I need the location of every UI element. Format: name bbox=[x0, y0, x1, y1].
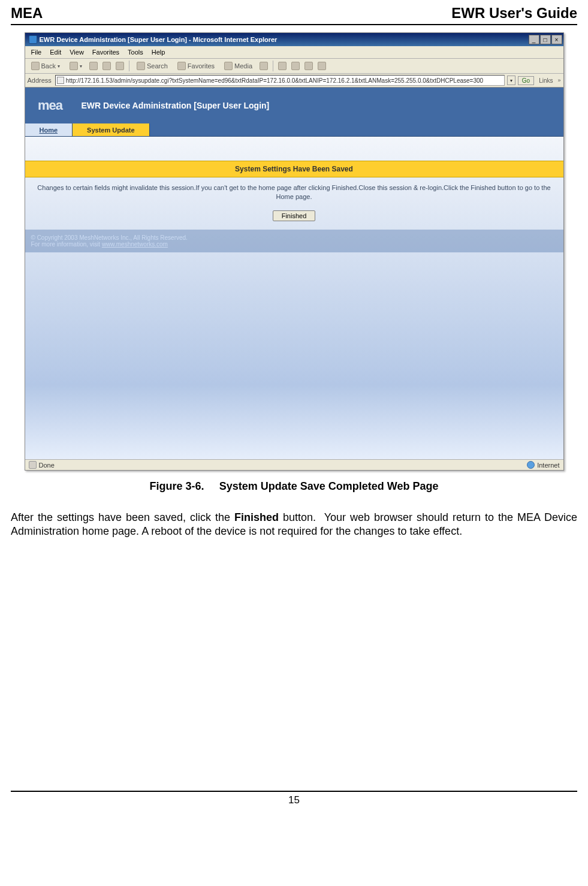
finished-button[interactable]: Finished bbox=[273, 210, 316, 221]
minimize-button[interactable]: _ bbox=[529, 35, 539, 44]
menu-tools[interactable]: Tools bbox=[124, 47, 147, 57]
tab-system-update[interactable]: System Update bbox=[73, 123, 149, 136]
menubar: File Edit View Favorites Tools Help bbox=[25, 46, 563, 59]
window-title: EWR Device Administration [Super User Lo… bbox=[40, 36, 529, 43]
admin-title: EWR Device Administration [Super User Lo… bbox=[82, 101, 270, 110]
discuss-icon[interactable] bbox=[318, 62, 326, 70]
info-prefix: For more information, visit bbox=[31, 241, 102, 248]
media-button[interactable]: Media bbox=[222, 61, 255, 71]
status-done: Done bbox=[39, 462, 55, 469]
favorites-button[interactable]: Favorites bbox=[175, 61, 217, 71]
address-url: http://172.16.1.53/admin/sysupdate.cgi?t… bbox=[66, 77, 483, 84]
menu-favorites[interactable]: Favorites bbox=[89, 47, 123, 57]
page-content: mea EWR Device Administration [Super Use… bbox=[25, 88, 563, 459]
figure-caption: Figure 3-6. System Update Save Completed… bbox=[11, 480, 577, 493]
saved-banner: System Settings Have Been Saved bbox=[25, 161, 563, 177]
close-button[interactable]: × bbox=[551, 35, 562, 44]
body-paragraph: After the settings have been saved, clic… bbox=[11, 511, 577, 539]
go-label: Go bbox=[522, 77, 530, 84]
page-number: 15 bbox=[288, 794, 300, 806]
window-controls: _ □ × bbox=[529, 35, 562, 44]
bold-finished: Finished bbox=[234, 511, 279, 523]
stop-icon[interactable] bbox=[89, 62, 98, 70]
toolbar-separator bbox=[129, 61, 129, 71]
status-right: Internet bbox=[527, 461, 559, 469]
globe-icon bbox=[527, 461, 535, 469]
menu-file[interactable]: File bbox=[28, 47, 46, 57]
search-label: Search bbox=[147, 62, 168, 70]
menu-view[interactable]: View bbox=[66, 47, 88, 57]
done-icon bbox=[29, 461, 37, 469]
doc-header-right: EWR User's Guide bbox=[451, 5, 577, 22]
forward-button[interactable]: ▾ bbox=[67, 61, 85, 71]
menu-edit[interactable]: Edit bbox=[46, 47, 65, 57]
back-label: Back bbox=[41, 62, 56, 70]
browser-window: EWR Device Administration [Super User Lo… bbox=[25, 32, 564, 471]
favorites-label: Favorites bbox=[188, 62, 215, 70]
address-input[interactable]: http://172.16.1.53/admin/sysupdate.cgi?t… bbox=[55, 75, 505, 86]
saved-message: Changes to certain fields might invalida… bbox=[25, 177, 563, 208]
toolbar-separator-2 bbox=[273, 61, 273, 71]
favorites-icon bbox=[177, 62, 186, 70]
tab-home[interactable]: Home bbox=[25, 123, 73, 136]
titlebar: EWR Device Administration [Super User Lo… bbox=[25, 33, 563, 46]
figure-label: Figure 3-6. bbox=[150, 480, 204, 492]
address-bar: Address http://172.16.1.53/admin/sysupda… bbox=[25, 74, 563, 88]
history-icon[interactable] bbox=[260, 62, 268, 70]
mail-icon[interactable] bbox=[278, 62, 287, 70]
back-icon bbox=[31, 62, 40, 70]
doc-header: MEA EWR User's Guide bbox=[11, 5, 577, 25]
go-button[interactable]: Go bbox=[518, 76, 534, 85]
toolbar: Back ▾ ▾ Search Favorites Media bbox=[25, 59, 563, 74]
edit-icon[interactable] bbox=[304, 62, 313, 70]
refresh-icon[interactable] bbox=[102, 62, 111, 70]
address-label: Address bbox=[28, 77, 52, 84]
doc-header-left: MEA bbox=[11, 5, 43, 22]
ie-icon bbox=[29, 35, 37, 44]
info-line: For more information, visit www.meshnetw… bbox=[31, 241, 557, 248]
maximize-button[interactable]: □ bbox=[540, 35, 551, 44]
button-row: Finished bbox=[25, 210, 563, 221]
links-label[interactable]: Links bbox=[536, 77, 555, 84]
status-left: Done bbox=[29, 461, 55, 469]
status-zone: Internet bbox=[537, 462, 559, 469]
media-icon bbox=[224, 62, 233, 70]
search-icon bbox=[137, 62, 145, 70]
page-footer: 15 bbox=[11, 791, 577, 806]
search-button[interactable]: Search bbox=[134, 61, 170, 71]
print-icon[interactable] bbox=[291, 62, 300, 70]
page-icon bbox=[57, 77, 64, 84]
menu-help[interactable]: Help bbox=[148, 47, 169, 57]
copyright-text: © Copyright 2003 MeshNetworks Inc., All … bbox=[31, 234, 557, 241]
tabs: Home System Update bbox=[25, 123, 563, 137]
back-button[interactable]: Back ▾ bbox=[29, 61, 62, 71]
forward-icon bbox=[70, 62, 78, 70]
mea-logo: mea bbox=[34, 94, 67, 117]
info-link[interactable]: www.meshnetworks.com bbox=[102, 241, 168, 248]
home-icon[interactable] bbox=[116, 62, 124, 70]
admin-header: mea EWR Device Administration [Super Use… bbox=[25, 88, 563, 123]
address-dropdown[interactable]: ▾ bbox=[507, 76, 515, 85]
statusbar: Done Internet bbox=[25, 459, 563, 470]
figure-title: System Update Save Completed Web Page bbox=[219, 480, 439, 492]
admin-footer: © Copyright 2003 MeshNetworks Inc., All … bbox=[25, 230, 563, 252]
media-label: Media bbox=[234, 62, 252, 70]
